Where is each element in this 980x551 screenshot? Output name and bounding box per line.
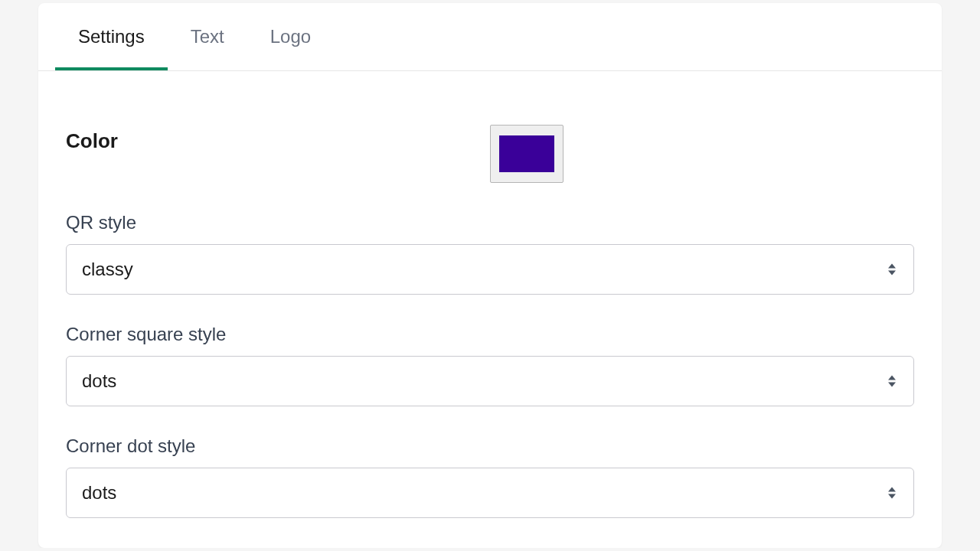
color-swatch-container	[490, 125, 914, 183]
form-content: Color QR style classy Corner square styl…	[38, 125, 942, 541]
corner-dot-style-select[interactable]: dots	[66, 468, 914, 518]
corner-dot-style-select-wrap: dots	[66, 468, 914, 518]
qr-style-select[interactable]: classy	[66, 244, 914, 295]
color-label: Color	[66, 125, 490, 153]
qr-style-select-wrap: classy	[66, 244, 914, 295]
settings-card: Settings Text Logo Color QR style classy	[38, 3, 942, 548]
corner-dot-style-label: Corner dot style	[66, 435, 914, 457]
tab-settings[interactable]: Settings	[55, 3, 168, 70]
corner-square-style-field: Corner square style dots	[66, 324, 914, 406]
tab-text[interactable]: Text	[168, 3, 247, 70]
tabs: Settings Text Logo	[38, 3, 942, 71]
corner-square-style-select-wrap: dots	[66, 356, 914, 406]
qr-style-label: QR style	[66, 212, 914, 233]
color-swatch-value	[499, 135, 554, 172]
qr-style-field: QR style classy	[66, 212, 914, 295]
color-picker[interactable]	[490, 125, 564, 183]
corner-square-style-label: Corner square style	[66, 324, 914, 345]
corner-dot-style-field: Corner dot style dots	[66, 435, 914, 518]
tab-logo[interactable]: Logo	[247, 3, 334, 70]
color-row: Color	[66, 125, 914, 183]
corner-square-style-select[interactable]: dots	[66, 356, 914, 406]
